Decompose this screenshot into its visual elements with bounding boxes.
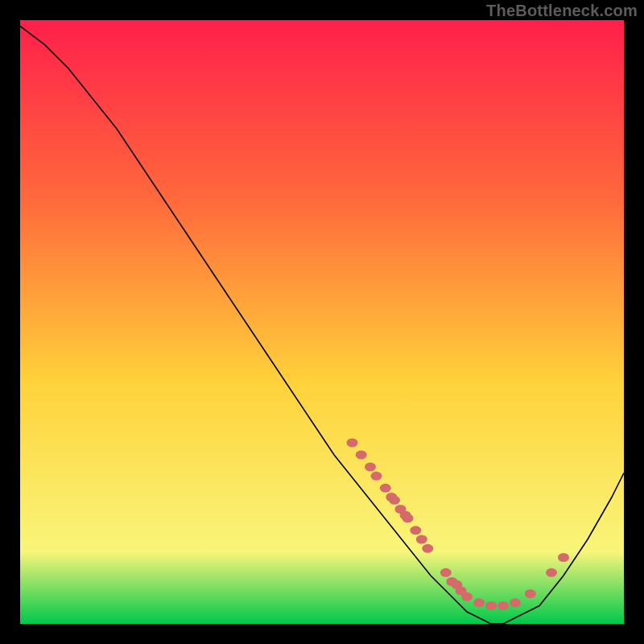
chart-svg: [20, 20, 624, 624]
data-marker: [461, 592, 473, 601]
data-marker: [356, 451, 367, 460]
data-marker: [416, 535, 427, 544]
data-marker: [525, 589, 536, 598]
data-marker: [473, 598, 485, 607]
data-marker: [371, 472, 382, 481]
data-marker: [510, 598, 521, 607]
data-marker: [389, 496, 400, 505]
data-marker: [410, 526, 421, 535]
plot-area: [20, 20, 624, 624]
data-marker: [497, 601, 509, 610]
chart-stage: TheBottleneck.com: [0, 0, 644, 644]
data-marker: [546, 568, 557, 577]
data-marker: [402, 514, 414, 522]
data-marker: [365, 463, 376, 472]
data-marker: [558, 553, 569, 562]
data-marker: [380, 484, 391, 493]
data-marker: [347, 439, 358, 448]
gradient-background: [20, 20, 624, 624]
watermark-text: TheBottleneck.com: [486, 2, 638, 20]
data-marker: [440, 568, 452, 577]
data-marker: [422, 544, 433, 553]
data-marker: [485, 601, 497, 610]
